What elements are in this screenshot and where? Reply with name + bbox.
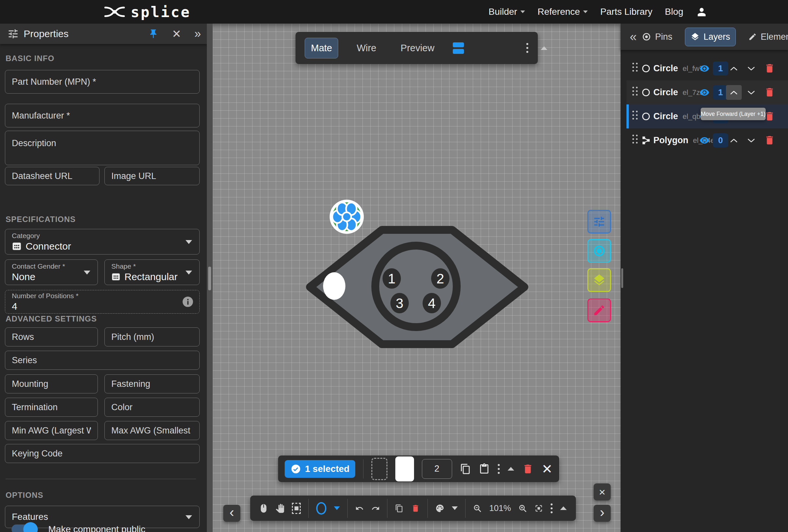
editor-canvas[interactable]: 1 2 3 4 — [213, 24, 620, 532]
tab-layers[interactable]: Layers — [685, 27, 736, 46]
pin-4[interactable]: 4 — [422, 293, 441, 313]
mate-view-icon[interactable] — [453, 42, 464, 54]
image-url-input[interactable] — [104, 167, 200, 185]
nav-parts-library[interactable]: Parts Library — [600, 6, 652, 17]
splice-logo[interactable]: splice — [103, 0, 191, 24]
pitch-field[interactable] — [104, 328, 200, 347]
color-field[interactable] — [104, 398, 200, 417]
pin-1[interactable]: 1 — [382, 268, 401, 289]
rows-field[interactable] — [5, 328, 98, 347]
termination-input[interactable] — [5, 398, 98, 417]
rows-input[interactable] — [5, 328, 98, 347]
fill-color-swatch[interactable] — [395, 456, 414, 481]
delete-layer-icon[interactable] — [764, 111, 775, 122]
make-public-toggle[interactable] — [12, 525, 36, 532]
zoom-in-icon[interactable] — [518, 503, 527, 514]
redo-icon[interactable] — [371, 503, 380, 514]
collapse-toolbar-icon[interactable] — [541, 46, 547, 50]
drag-handle-icon[interactable] — [632, 135, 638, 143]
keying-hole-circle[interactable] — [323, 272, 346, 300]
manufacturer-input[interactable] — [5, 104, 200, 127]
move-backward-button[interactable] — [743, 85, 759, 100]
termination-field[interactable] — [5, 398, 98, 417]
category-select[interactable]: Category Connector — [5, 229, 200, 255]
palette-dropdown-icon[interactable] — [452, 506, 458, 510]
nav-reference[interactable]: Reference — [537, 6, 588, 17]
keying-code-field[interactable] — [5, 444, 200, 463]
tab-element[interactable]: Element — [743, 28, 788, 46]
fastening-input[interactable] — [104, 374, 200, 393]
layer-row[interactable]: Circle el_fw7 1 — [627, 57, 788, 80]
contact-gender-select[interactable]: Contact Gender * None — [5, 259, 98, 285]
delete-icon[interactable] — [411, 503, 420, 514]
description-input[interactable] — [5, 131, 200, 165]
info-icon[interactable] — [181, 296, 194, 308]
visibility-icon[interactable] — [700, 87, 710, 98]
tool-layers-button[interactable] — [587, 268, 611, 292]
datasheet-url-input[interactable] — [5, 167, 99, 185]
tool-properties-button[interactable] — [587, 210, 611, 234]
expand-panel-icon[interactable]: « — [630, 30, 637, 44]
move-forward-button[interactable] — [726, 85, 742, 100]
user-icon[interactable] — [696, 6, 708, 18]
more-options-icon[interactable] — [551, 504, 553, 513]
move-backward-button[interactable] — [743, 133, 759, 148]
tool-pins-button[interactable] — [587, 239, 611, 263]
color-input[interactable] — [104, 398, 200, 417]
part-number-field[interactable] — [5, 70, 200, 94]
paste-icon[interactable] — [479, 463, 490, 475]
hand-icon[interactable] — [275, 503, 284, 514]
pin-3[interactable]: 3 — [390, 293, 409, 313]
tab-preview[interactable]: Preview — [395, 38, 440, 58]
marquee-select-icon[interactable] — [292, 503, 301, 514]
visibility-icon[interactable] — [700, 135, 710, 145]
mounting-input[interactable] — [5, 374, 98, 393]
fit-to-screen-icon[interactable] — [534, 503, 543, 514]
series-input[interactable] — [5, 351, 200, 370]
part-number-input[interactable] — [5, 70, 200, 94]
collapse-selection-bar-icon[interactable] — [508, 467, 514, 471]
visibility-icon[interactable] — [700, 63, 710, 74]
close-icon[interactable]: ✕ — [542, 462, 553, 475]
datasheet-url-field[interactable] — [5, 167, 99, 185]
move-forward-button[interactable] — [726, 61, 742, 76]
layer-row[interactable]: Circle el_7zs 1 — [627, 80, 788, 104]
positions-field[interactable]: Number of Positions * 4 — [5, 290, 200, 314]
tool-edit-button[interactable] — [587, 298, 611, 322]
manufacturer-field[interactable] — [5, 104, 200, 127]
nav-builder[interactable]: Builder — [489, 6, 525, 17]
drag-handle-icon[interactable] — [632, 111, 638, 120]
pitch-input[interactable] — [104, 328, 200, 347]
left-panel-scrollbar[interactable] — [207, 24, 213, 532]
mounting-field[interactable] — [5, 374, 98, 393]
undo-icon[interactable] — [355, 503, 364, 514]
stroke-color-swatch[interactable] — [371, 458, 388, 480]
mouse-icon[interactable] — [259, 502, 268, 515]
copy-icon[interactable] — [460, 463, 471, 475]
max-awg-field[interactable] — [104, 421, 200, 440]
collapse-toolbar-icon[interactable] — [560, 506, 567, 510]
description-field[interactable] — [5, 131, 200, 165]
collapse-panel-icon[interactable]: » — [194, 27, 201, 41]
drag-handle-icon[interactable] — [632, 87, 638, 96]
min-awg-input[interactable] — [5, 421, 98, 440]
scrollbar-thumb[interactable] — [208, 267, 211, 290]
delete-layer-icon[interactable] — [764, 135, 775, 146]
pin-icon[interactable] — [148, 28, 159, 39]
tab-mate[interactable]: Mate — [305, 38, 338, 58]
delete-icon[interactable] — [522, 462, 534, 475]
more-options-icon[interactable] — [526, 43, 528, 53]
tab-wire[interactable]: Wire — [351, 38, 382, 58]
wire-bundle-icon[interactable] — [330, 200, 364, 234]
scrollbar-thumb[interactable] — [621, 268, 623, 288]
tab-pins[interactable]: Pins — [637, 28, 678, 46]
zoom-out-icon[interactable] — [473, 503, 482, 514]
palette-icon[interactable] — [435, 503, 444, 514]
stroke-width-input[interactable] — [422, 459, 452, 479]
pan-right-button[interactable]: › — [594, 505, 611, 522]
pan-left-button[interactable]: ‹ — [223, 505, 240, 522]
delete-layer-icon[interactable] — [764, 87, 775, 98]
keying-code-input[interactable] — [5, 444, 200, 463]
pin-2[interactable]: 2 — [431, 268, 450, 289]
dismiss-button[interactable]: × — [594, 484, 611, 500]
